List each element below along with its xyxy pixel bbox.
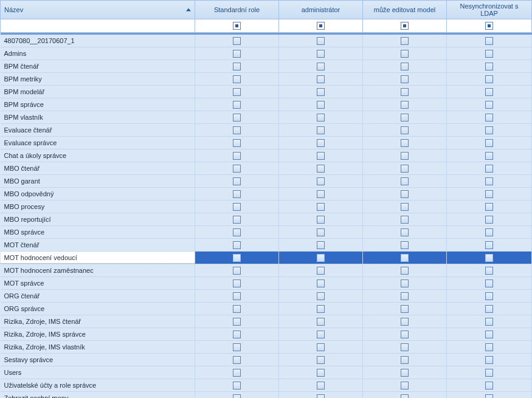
table-row[interactable]: MBO garant xyxy=(1,175,532,188)
row-checkbox-admin[interactable] xyxy=(317,177,325,185)
row-checkbox-ldap[interactable] xyxy=(485,267,493,275)
row-checkbox-standard-role[interactable] xyxy=(233,152,241,160)
row-checkbox-ldap[interactable] xyxy=(485,152,493,160)
row-name-cell[interactable]: Users xyxy=(1,366,195,379)
row-checkbox-ldap[interactable] xyxy=(485,394,493,398)
table-row[interactable]: Uživatelské účty a role správce xyxy=(1,379,532,392)
row-checkbox-ldap[interactable] xyxy=(485,203,493,211)
row-checkbox-standard-role[interactable] xyxy=(233,343,241,351)
row-checkbox-admin[interactable] xyxy=(317,280,325,287)
row-name-cell[interactable]: ORG správce xyxy=(1,303,195,315)
row-checkbox-edit-model[interactable] xyxy=(401,114,409,122)
table-row[interactable]: Rizika, Zdroje, IMS čtenář xyxy=(1,315,532,328)
row-checkbox-ldap[interactable] xyxy=(485,292,493,300)
row-checkbox-standard-role[interactable] xyxy=(233,369,241,377)
row-checkbox-edit-model[interactable] xyxy=(401,126,409,134)
row-checkbox-edit-model[interactable] xyxy=(401,37,409,45)
row-checkbox-ldap[interactable] xyxy=(485,101,493,109)
row-checkbox-edit-model[interactable] xyxy=(401,228,409,236)
row-name-cell[interactable]: MBO odpovědný xyxy=(1,188,195,201)
row-checkbox-ldap[interactable] xyxy=(485,75,493,83)
table-row[interactable]: 4807080__20170607_1 xyxy=(1,35,532,47)
row-checkbox-admin[interactable] xyxy=(317,343,325,351)
table-row[interactable]: MBO správce xyxy=(1,226,532,239)
row-name-cell[interactable]: Chat a úkoly správce xyxy=(1,149,195,162)
column-header-edit-model[interactable]: může editovat model xyxy=(363,1,447,19)
row-checkbox-standard-role[interactable] xyxy=(233,63,241,70)
row-checkbox-standard-role[interactable] xyxy=(233,88,241,96)
row-checkbox-edit-model[interactable] xyxy=(401,267,409,275)
row-checkbox-admin[interactable] xyxy=(317,101,325,109)
row-name-cell[interactable]: MBO garant xyxy=(1,175,195,188)
row-checkbox-edit-model[interactable] xyxy=(401,241,409,249)
table-row[interactable]: Evaluace čtenář xyxy=(1,124,532,137)
row-checkbox-standard-role[interactable] xyxy=(233,75,241,83)
row-name-cell[interactable]: Evaluace správce xyxy=(1,137,195,149)
row-checkbox-ldap[interactable] xyxy=(485,254,493,262)
row-checkbox-admin[interactable] xyxy=(317,241,325,249)
row-checkbox-standard-role[interactable] xyxy=(233,203,241,211)
row-checkbox-admin[interactable] xyxy=(317,190,325,198)
column-header-name[interactable]: Název xyxy=(1,1,195,19)
row-checkbox-admin[interactable] xyxy=(317,356,325,364)
row-checkbox-ldap[interactable] xyxy=(485,228,493,236)
row-name-cell[interactable]: MBO správce xyxy=(1,226,195,239)
row-checkbox-ldap[interactable] xyxy=(485,382,493,389)
filter-checkbox-standard-role[interactable] xyxy=(233,22,241,30)
filter-checkbox-ldap[interactable] xyxy=(485,22,493,30)
row-name-cell[interactable]: BPM správce xyxy=(1,98,195,111)
row-checkbox-edit-model[interactable] xyxy=(401,394,409,398)
row-name-cell[interactable]: MBO procesy xyxy=(1,201,195,213)
row-name-cell[interactable]: MBO reportující xyxy=(1,213,195,226)
row-checkbox-admin[interactable] xyxy=(317,63,325,70)
row-checkbox-admin[interactable] xyxy=(317,37,325,45)
table-row[interactable]: MOT správce xyxy=(1,277,532,290)
row-checkbox-edit-model[interactable] xyxy=(401,216,409,224)
row-checkbox-standard-role[interactable] xyxy=(233,101,241,109)
row-name-cell[interactable]: BPM metriky xyxy=(1,73,195,86)
table-row[interactable]: ORG správce xyxy=(1,303,532,315)
row-checkbox-ldap[interactable] xyxy=(485,305,493,313)
row-checkbox-admin[interactable] xyxy=(317,331,325,338)
table-row[interactable]: BPM metriky xyxy=(1,73,532,86)
table-row[interactable]: Rizika, Zdroje, IMS vlastník xyxy=(1,341,532,354)
row-checkbox-edit-model[interactable] xyxy=(401,139,409,147)
row-checkbox-ldap[interactable] xyxy=(485,343,493,351)
row-checkbox-admin[interactable] xyxy=(317,292,325,300)
row-name-cell[interactable]: BPM modelář xyxy=(1,86,195,98)
row-checkbox-edit-model[interactable] xyxy=(401,369,409,377)
row-checkbox-standard-role[interactable] xyxy=(233,331,241,338)
row-name-cell[interactable]: MBO čtenář xyxy=(1,162,195,175)
table-row[interactable]: BPM čtenář xyxy=(1,60,532,73)
table-row[interactable]: MOT hodnocení zaměstnanec xyxy=(1,264,532,277)
row-checkbox-standard-role[interactable] xyxy=(233,114,241,122)
row-checkbox-standard-role[interactable] xyxy=(233,241,241,249)
row-checkbox-standard-role[interactable] xyxy=(233,139,241,147)
row-checkbox-standard-role[interactable] xyxy=(233,190,241,198)
table-row[interactable]: BPM modelář xyxy=(1,86,532,98)
row-checkbox-ldap[interactable] xyxy=(485,318,493,326)
row-checkbox-standard-role[interactable] xyxy=(233,305,241,313)
row-name-cell[interactable]: BPM vlastník xyxy=(1,111,195,124)
filter-checkbox-edit-model[interactable] xyxy=(401,22,409,30)
row-checkbox-standard-role[interactable] xyxy=(233,228,241,236)
column-header-admin[interactable]: administrátor xyxy=(279,1,363,19)
row-checkbox-edit-model[interactable] xyxy=(401,101,409,109)
row-name-cell[interactable]: Rizika, Zdroje, IMS čtenář xyxy=(1,315,195,328)
row-checkbox-edit-model[interactable] xyxy=(401,152,409,160)
row-checkbox-ldap[interactable] xyxy=(485,280,493,287)
row-checkbox-ldap[interactable] xyxy=(485,331,493,338)
table-row[interactable]: MBO reportující xyxy=(1,213,532,226)
row-checkbox-ldap[interactable] xyxy=(485,190,493,198)
row-checkbox-admin[interactable] xyxy=(317,88,325,96)
row-checkbox-edit-model[interactable] xyxy=(401,88,409,96)
row-name-cell[interactable]: Rizika, Zdroje, IMS vlastník xyxy=(1,341,195,354)
row-checkbox-edit-model[interactable] xyxy=(401,63,409,70)
row-checkbox-admin[interactable] xyxy=(317,139,325,147)
column-header-ldap[interactable]: Nesynchronizovat s LDAP xyxy=(447,1,532,19)
table-row[interactable]: BPM vlastník xyxy=(1,111,532,124)
row-checkbox-edit-model[interactable] xyxy=(401,190,409,198)
table-row[interactable]: Chat a úkoly správce xyxy=(1,149,532,162)
row-checkbox-ldap[interactable] xyxy=(485,50,493,58)
row-checkbox-standard-role[interactable] xyxy=(233,382,241,389)
